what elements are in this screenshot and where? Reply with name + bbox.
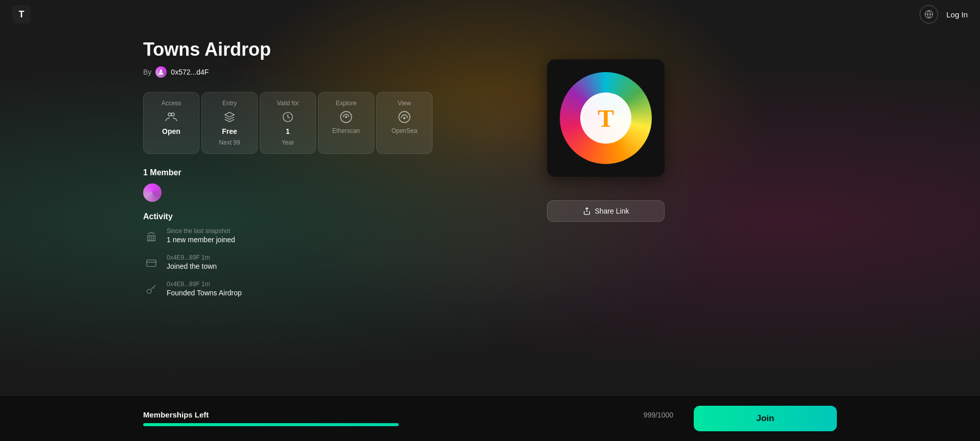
activity-meta-2: 0x4E9...89F 1m bbox=[167, 254, 217, 261]
tag-icon bbox=[222, 110, 237, 124]
activity-text-2: 0x4E9...89F 1m Joined the town bbox=[167, 254, 217, 270]
entry-label: Entry bbox=[222, 100, 237, 107]
activity-item-1: Since the last snapshot 1 new member joi… bbox=[143, 227, 501, 245]
etherscan-card[interactable]: Explore Etherscan bbox=[318, 92, 374, 154]
share-label: Share Link bbox=[595, 207, 629, 215]
etherscan-sub: Etherscan bbox=[332, 127, 360, 134]
svg-point-10 bbox=[147, 289, 151, 293]
activity-text-1: Since the last snapshot 1 new member joi… bbox=[167, 227, 235, 244]
nft-inner: T bbox=[580, 92, 631, 144]
svg-point-3 bbox=[171, 113, 174, 116]
opensea-label: View bbox=[398, 100, 411, 107]
join-button[interactable]: Join bbox=[694, 406, 837, 431]
memberships-count: 999/1000 bbox=[644, 411, 673, 419]
etherscan-icon bbox=[339, 110, 353, 124]
svg-point-2 bbox=[168, 113, 171, 116]
progress-bar-fill bbox=[143, 423, 399, 426]
entry-card: Entry Free Next 99 bbox=[201, 92, 258, 154]
navbar: T Log In bbox=[0, 0, 980, 29]
memberships-label: Memberships Left bbox=[143, 410, 209, 419]
svg-rect-9 bbox=[147, 260, 156, 266]
by-label: By bbox=[143, 68, 151, 76]
activity-text-3: 0x4E9...89F 1m Founded Towns Airdrop bbox=[167, 281, 242, 297]
access-card: Access Open bbox=[143, 92, 199, 154]
member-avatar bbox=[143, 183, 162, 202]
clock-icon bbox=[281, 110, 295, 124]
share-link-button[interactable]: Share Link bbox=[547, 200, 665, 222]
activity-item-3: 0x4E9...89F 1m Founded Towns Airdrop bbox=[143, 281, 501, 298]
members-section: 1 Member bbox=[143, 168, 501, 202]
entry-sub: Next 99 bbox=[219, 139, 240, 146]
key-icon bbox=[143, 282, 159, 298]
nft-card: T bbox=[547, 59, 665, 177]
svg-point-8 bbox=[403, 117, 405, 119]
app-logo: T bbox=[12, 5, 31, 24]
activity-title: Activity bbox=[143, 212, 501, 221]
activity-desc-2: Joined the town bbox=[167, 262, 217, 270]
opensea-icon bbox=[397, 110, 412, 124]
author-address: 0x572...d4F bbox=[171, 68, 209, 76]
info-cards: Access Open Entry Free bbox=[143, 92, 501, 154]
valid-value: 1 bbox=[286, 127, 290, 136]
login-button[interactable]: Log In bbox=[946, 10, 968, 19]
bank-icon bbox=[143, 228, 159, 245]
share-icon bbox=[583, 207, 591, 215]
activity-section: Activity Since the last snapshot 1 new m… bbox=[143, 212, 501, 298]
author-avatar bbox=[155, 66, 167, 78]
valid-label: Valid for bbox=[277, 100, 299, 107]
access-label: Access bbox=[162, 100, 181, 107]
nft-circle: T bbox=[560, 72, 652, 164]
memberships-info: Memberships Left 999/1000 bbox=[143, 410, 673, 426]
svg-point-1 bbox=[160, 69, 163, 72]
access-value: Open bbox=[162, 127, 180, 136]
memberships-header: Memberships Left 999/1000 bbox=[143, 410, 673, 419]
activity-meta-1: Since the last snapshot bbox=[167, 227, 235, 235]
by-line: By 0x572...d4F bbox=[143, 66, 501, 78]
members-title: 1 Member bbox=[143, 168, 501, 177]
main-content: Towns Airdrop By 0x572...d4F Access bbox=[0, 29, 980, 317]
entry-value: Free bbox=[222, 127, 237, 136]
left-panel: Towns Airdrop By 0x572...d4F Access bbox=[143, 39, 501, 307]
page-title: Towns Airdrop bbox=[143, 39, 501, 60]
valid-sub: Year bbox=[282, 139, 294, 146]
bottom-bar: Memberships Left 999/1000 Join bbox=[0, 395, 980, 441]
nav-right: Log In bbox=[920, 5, 968, 24]
activity-desc-1: 1 new member joined bbox=[167, 236, 235, 244]
opensea-card[interactable]: View OpenSea bbox=[376, 92, 432, 154]
opensea-sub: OpenSea bbox=[392, 127, 418, 134]
progress-bar-bg bbox=[143, 423, 399, 426]
activity-meta-3: 0x4E9...89F 1m bbox=[167, 281, 242, 288]
globe-button[interactable] bbox=[920, 5, 938, 24]
nft-t-logo: T bbox=[598, 104, 614, 132]
people-icon bbox=[164, 110, 178, 124]
etherscan-label: Explore bbox=[336, 100, 357, 107]
activity-desc-3: Founded Towns Airdrop bbox=[167, 289, 242, 297]
right-panel: 9 F 5 0 4 0 C 4 3 0 6 0 3 1 4 4 G 4 9 9 … bbox=[532, 39, 680, 307]
svg-point-6 bbox=[345, 116, 347, 118]
valid-card: Valid for 1 Year bbox=[260, 92, 316, 154]
activity-item-2: 0x4E9...89F 1m Joined the town bbox=[143, 254, 501, 271]
nft-wrapper: 9 F 5 0 4 0 C 4 3 0 6 0 3 1 4 4 G 4 9 9 … bbox=[532, 44, 680, 192]
card-icon bbox=[143, 255, 159, 271]
